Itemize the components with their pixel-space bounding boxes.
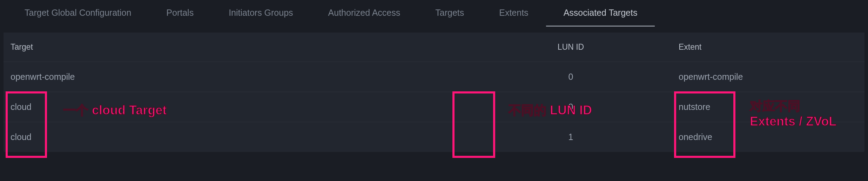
cell-extent: openwrt-compile xyxy=(679,72,857,82)
cell-target: openwrt-compile xyxy=(11,72,463,82)
tab-authorized-access[interactable]: Authorized Access xyxy=(311,0,418,27)
header-extent: Extent xyxy=(679,42,857,52)
cell-extent: onedrive xyxy=(679,132,857,142)
cell-lunid: 0 xyxy=(463,102,679,112)
cell-target: cloud xyxy=(11,102,463,112)
cell-target: cloud xyxy=(11,132,463,142)
header-lunid: LUN ID xyxy=(463,42,679,52)
cell-extent: nutstore xyxy=(679,102,857,112)
tab-targets[interactable]: Targets xyxy=(418,0,482,27)
associated-targets-table: Target LUN ID Extent openwrt-compile 0 o… xyxy=(4,33,864,152)
table-row[interactable]: cloud 0 nutstore xyxy=(4,92,864,122)
tab-portals[interactable]: Portals xyxy=(149,0,211,27)
tab-extents[interactable]: Extents xyxy=(482,0,546,27)
header-target: Target xyxy=(11,42,463,52)
tab-target-global-config[interactable]: Target Global Configuration xyxy=(7,0,149,27)
table-row[interactable]: openwrt-compile 0 openwrt-compile xyxy=(4,62,864,92)
tab-initiators-groups[interactable]: Initiators Groups xyxy=(211,0,310,27)
tab-bar: Target Global Configuration Portals Init… xyxy=(0,0,868,26)
content-area: Target LUN ID Extent openwrt-compile 0 o… xyxy=(0,26,868,152)
table-row[interactable]: cloud 1 onedrive xyxy=(4,122,864,152)
table-header: Target LUN ID Extent xyxy=(4,33,864,62)
tab-associated-targets[interactable]: Associated Targets xyxy=(546,0,655,27)
cell-lunid: 0 xyxy=(463,72,679,82)
cell-lunid: 1 xyxy=(463,132,679,142)
